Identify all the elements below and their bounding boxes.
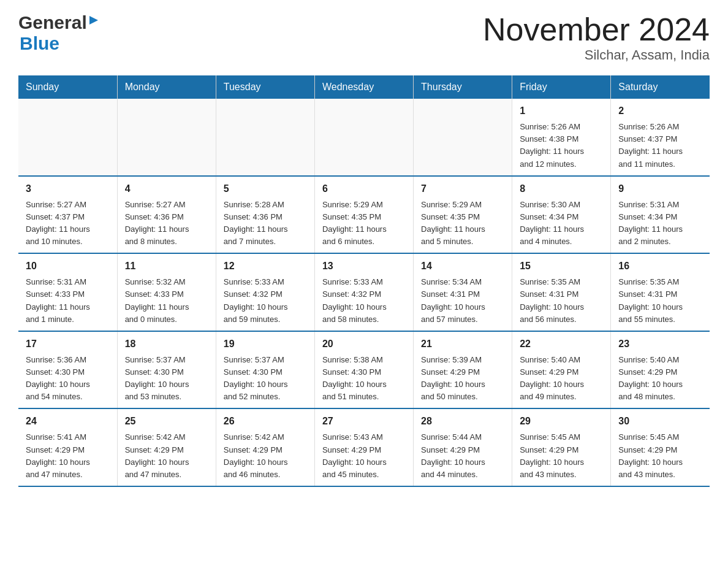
- calendar-cell: 28Sunrise: 5:44 AM Sunset: 4:29 PM Dayli…: [414, 408, 512, 486]
- calendar-cell: 7Sunrise: 5:29 AM Sunset: 4:35 PM Daylig…: [414, 176, 512, 254]
- calendar-cell: 13Sunrise: 5:33 AM Sunset: 4:32 PM Dayli…: [314, 253, 413, 331]
- day-info: Sunrise: 5:35 AM Sunset: 4:31 PM Dayligh…: [618, 276, 702, 326]
- week-row-5: 24Sunrise: 5:41 AM Sunset: 4:29 PM Dayli…: [18, 408, 710, 486]
- day-number: 19: [224, 337, 307, 351]
- calendar-cell: 10Sunrise: 5:31 AM Sunset: 4:33 PM Dayli…: [18, 253, 117, 331]
- day-number: 13: [322, 259, 406, 274]
- day-number: 9: [618, 182, 702, 196]
- day-info: Sunrise: 5:31 AM Sunset: 4:34 PM Dayligh…: [618, 199, 702, 248]
- calendar-cell: 30Sunrise: 5:45 AM Sunset: 4:29 PM Dayli…: [611, 408, 710, 486]
- day-info: Sunrise: 5:45 AM Sunset: 4:29 PM Dayligh…: [520, 431, 603, 481]
- day-info: Sunrise: 5:38 AM Sunset: 4:30 PM Dayligh…: [322, 354, 406, 404]
- day-info: Sunrise: 5:45 AM Sunset: 4:29 PM Dayligh…: [618, 431, 702, 481]
- calendar-cell: [18, 99, 117, 176]
- day-number: 14: [421, 259, 504, 274]
- calendar-cell: 2Sunrise: 5:26 AM Sunset: 4:37 PM Daylig…: [611, 99, 710, 176]
- day-info: Sunrise: 5:30 AM Sunset: 4:34 PM Dayligh…: [520, 199, 603, 248]
- day-number: 12: [224, 259, 307, 274]
- week-row-4: 17Sunrise: 5:36 AM Sunset: 4:30 PM Dayli…: [18, 331, 710, 409]
- day-info: Sunrise: 5:35 AM Sunset: 4:31 PM Dayligh…: [520, 276, 603, 326]
- day-number: 8: [520, 182, 603, 196]
- calendar-cell: [216, 99, 314, 176]
- weekday-header-monday: Monday: [117, 75, 216, 99]
- weekday-header-saturday: Saturday: [611, 75, 710, 99]
- week-row-2: 3Sunrise: 5:27 AM Sunset: 4:37 PM Daylig…: [18, 176, 710, 254]
- day-info: Sunrise: 5:26 AM Sunset: 4:38 PM Dayligh…: [520, 121, 603, 170]
- calendar-header: SundayMondayTuesdayWednesdayThursdayFrid…: [18, 75, 710, 99]
- day-info: Sunrise: 5:42 AM Sunset: 4:29 PM Dayligh…: [224, 431, 307, 481]
- day-info: Sunrise: 5:31 AM Sunset: 4:33 PM Dayligh…: [26, 276, 110, 326]
- day-info: Sunrise: 5:26 AM Sunset: 4:37 PM Dayligh…: [618, 121, 702, 170]
- day-info: Sunrise: 5:27 AM Sunset: 4:36 PM Dayligh…: [125, 199, 208, 248]
- day-number: 27: [322, 414, 406, 429]
- day-number: 5: [224, 182, 307, 196]
- day-info: Sunrise: 5:41 AM Sunset: 4:29 PM Dayligh…: [26, 431, 110, 481]
- calendar-subtitle: Silchar, Assam, India: [483, 47, 710, 63]
- calendar-cell: 25Sunrise: 5:42 AM Sunset: 4:29 PM Dayli…: [117, 408, 216, 486]
- calendar-cell: [314, 99, 413, 176]
- calendar-cell: 26Sunrise: 5:42 AM Sunset: 4:29 PM Dayli…: [216, 408, 314, 486]
- calendar-cell: 24Sunrise: 5:41 AM Sunset: 4:29 PM Dayli…: [18, 408, 117, 486]
- weekday-header-thursday: Thursday: [414, 75, 512, 99]
- calendar-cell: 27Sunrise: 5:43 AM Sunset: 4:29 PM Dayli…: [314, 408, 413, 486]
- day-number: 6: [322, 182, 406, 196]
- calendar-cell: 6Sunrise: 5:29 AM Sunset: 4:35 PM Daylig…: [314, 176, 413, 254]
- day-info: Sunrise: 5:43 AM Sunset: 4:29 PM Dayligh…: [322, 431, 406, 481]
- calendar-cell: 15Sunrise: 5:35 AM Sunset: 4:31 PM Dayli…: [512, 253, 611, 331]
- day-info: Sunrise: 5:36 AM Sunset: 4:30 PM Dayligh…: [26, 354, 110, 404]
- day-number: 29: [520, 414, 603, 429]
- day-info: Sunrise: 5:39 AM Sunset: 4:29 PM Dayligh…: [421, 354, 504, 404]
- day-number: 24: [26, 414, 110, 429]
- weekday-header-sunday: Sunday: [18, 75, 117, 99]
- weekday-header-row: SundayMondayTuesdayWednesdayThursdayFrid…: [18, 75, 710, 99]
- calendar-body: 1Sunrise: 5:26 AM Sunset: 4:38 PM Daylig…: [18, 99, 710, 486]
- calendar-cell: 12Sunrise: 5:33 AM Sunset: 4:32 PM Dayli…: [216, 253, 314, 331]
- page-header: General Blue November 2024 Silchar, Assa…: [18, 12, 710, 63]
- logo-arrow-icon: [87, 13, 100, 29]
- day-info: Sunrise: 5:34 AM Sunset: 4:31 PM Dayligh…: [421, 276, 504, 326]
- calendar-cell: 21Sunrise: 5:39 AM Sunset: 4:29 PM Dayli…: [414, 331, 512, 409]
- weekday-header-friday: Friday: [512, 75, 611, 99]
- calendar-cell: 3Sunrise: 5:27 AM Sunset: 4:37 PM Daylig…: [18, 176, 117, 254]
- calendar-cell: 22Sunrise: 5:40 AM Sunset: 4:29 PM Dayli…: [512, 331, 611, 409]
- day-number: 10: [26, 259, 110, 274]
- calendar-cell: 4Sunrise: 5:27 AM Sunset: 4:36 PM Daylig…: [117, 176, 216, 254]
- day-info: Sunrise: 5:37 AM Sunset: 4:30 PM Dayligh…: [125, 354, 208, 404]
- day-info: Sunrise: 5:37 AM Sunset: 4:30 PM Dayligh…: [224, 354, 307, 404]
- week-row-3: 10Sunrise: 5:31 AM Sunset: 4:33 PM Dayli…: [18, 253, 710, 331]
- day-number: 16: [618, 259, 702, 274]
- weekday-header-wednesday: Wednesday: [314, 75, 413, 99]
- day-number: 20: [322, 337, 406, 351]
- week-row-1: 1Sunrise: 5:26 AM Sunset: 4:38 PM Daylig…: [18, 99, 710, 176]
- calendar-cell: 9Sunrise: 5:31 AM Sunset: 4:34 PM Daylig…: [611, 176, 710, 254]
- day-info: Sunrise: 5:40 AM Sunset: 4:29 PM Dayligh…: [520, 354, 603, 404]
- calendar-cell: 8Sunrise: 5:30 AM Sunset: 4:34 PM Daylig…: [512, 176, 611, 254]
- day-number: 2: [618, 104, 702, 118]
- calendar-cell: 18Sunrise: 5:37 AM Sunset: 4:30 PM Dayli…: [117, 331, 216, 409]
- day-number: 11: [125, 259, 208, 274]
- day-info: Sunrise: 5:44 AM Sunset: 4:29 PM Dayligh…: [421, 431, 504, 481]
- day-number: 21: [421, 337, 504, 351]
- day-info: Sunrise: 5:29 AM Sunset: 4:35 PM Dayligh…: [421, 199, 504, 248]
- day-number: 17: [26, 337, 110, 351]
- day-number: 26: [224, 414, 307, 429]
- calendar-cell: 5Sunrise: 5:28 AM Sunset: 4:36 PM Daylig…: [216, 176, 314, 254]
- calendar-cell: 16Sunrise: 5:35 AM Sunset: 4:31 PM Dayli…: [611, 253, 710, 331]
- calendar-cell: 23Sunrise: 5:40 AM Sunset: 4:29 PM Dayli…: [611, 331, 710, 409]
- day-info: Sunrise: 5:32 AM Sunset: 4:33 PM Dayligh…: [125, 276, 208, 326]
- day-number: 1: [520, 104, 603, 118]
- logo-general-text: General: [18, 12, 87, 33]
- day-number: 25: [125, 414, 208, 429]
- calendar-cell: 1Sunrise: 5:26 AM Sunset: 4:38 PM Daylig…: [512, 99, 611, 176]
- svg-marker-0: [89, 16, 98, 25]
- calendar-cell: [414, 99, 512, 176]
- weekday-header-tuesday: Tuesday: [216, 75, 314, 99]
- logo-blue-text: Blue: [20, 33, 59, 54]
- day-info: Sunrise: 5:27 AM Sunset: 4:37 PM Dayligh…: [26, 199, 110, 248]
- day-info: Sunrise: 5:42 AM Sunset: 4:29 PM Dayligh…: [125, 431, 208, 481]
- day-info: Sunrise: 5:29 AM Sunset: 4:35 PM Dayligh…: [322, 199, 406, 248]
- day-number: 30: [618, 414, 702, 429]
- day-number: 23: [618, 337, 702, 351]
- day-info: Sunrise: 5:28 AM Sunset: 4:36 PM Dayligh…: [224, 199, 307, 248]
- calendar-title: November 2024: [483, 12, 710, 47]
